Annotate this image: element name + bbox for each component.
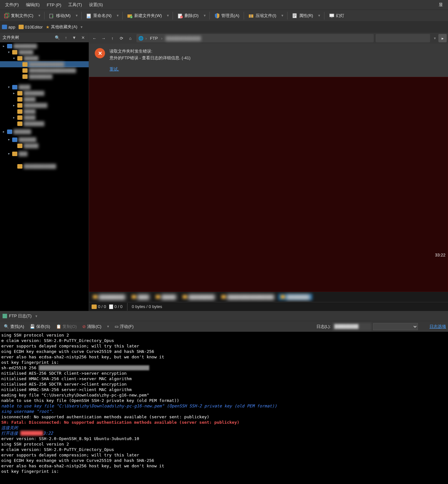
up-icon[interactable]: ↑	[64, 35, 69, 40]
tab-bar: █████████ ████ █████ █████████ █████████…	[89, 292, 448, 302]
svg-rect-1	[6, 13, 9, 17]
status-bytes: 0 bytes / 0 bytes	[132, 304, 162, 309]
error-banner: ✕ 读取文件夹时发生错误: 意外的FTP错误 - 查看日志的详细信息. (-41…	[89, 44, 448, 77]
error-message: 意外的FTP错误 - 查看日志的详细信息. (-41)	[110, 55, 191, 62]
menu-edit[interactable]: 编辑(E)	[23, 1, 43, 9]
save-button[interactable]: 💾保存(S)	[28, 323, 52, 330]
nav-bar: ← → ↑ ⟳ ⌂ 🌐› FTP› ████████████ ▼ ▸	[89, 33, 448, 44]
folder-tree[interactable]: ▸████████ ▾█████ ▾█████ ████████████ ███…	[0, 42, 89, 311]
up-button[interactable]: ↑	[108, 34, 117, 42]
dropdown-icon[interactable]: ▼	[105, 325, 111, 328]
folder-tree-sidebar: 文件夹树 🔍 ↑ ▼ ✕ ▸████████ ▾█████ ▾█████ ███…	[0, 33, 89, 311]
save-icon: 💾	[30, 324, 35, 329]
tab-item[interactable]: ████	[129, 294, 152, 300]
props-button[interactable]: 属性(R)	[289, 12, 316, 20]
folder-icon	[2, 25, 7, 29]
main-panel: ← → ↑ ⟳ ⌂ 🌐› FTP› ████████████ ▼ ▸ ✕ 读取文…	[89, 33, 448, 311]
log-toolbar: 🔍查找(A) 💾保存(S) 📋复制(O) ⊘清除(C) ▼ ▭浮动(F) 日志(…	[0, 321, 448, 332]
svg-rect-0	[4, 14, 8, 18]
crumb-ftp[interactable]: FTP	[149, 36, 159, 41]
tab-item[interactable]: ████████████████	[219, 294, 277, 300]
compress-button[interactable]: 压缩文件(I)	[246, 12, 279, 20]
log-header: FTP 日志(T) ▼	[0, 311, 448, 321]
newfolder-icon: +	[127, 13, 133, 19]
ftp-icon: 🌐	[138, 36, 143, 41]
retry-link[interactable]: 重试.	[110, 66, 119, 73]
tab-item[interactable]: █████	[153, 294, 179, 300]
fav-other[interactable]: ★其他收藏夹(A)▼	[46, 24, 84, 30]
delete-button[interactable]: ×删除(D)	[175, 12, 201, 20]
clear-button[interactable]: ⊘清除(C)	[80, 323, 103, 330]
svg-rect-16	[293, 16, 295, 17]
dropdown-icon: ▼	[79, 25, 85, 29]
tab-item-active[interactable]: ████████	[278, 294, 313, 300]
svg-rect-15	[293, 15, 296, 16]
copy-button[interactable]: 📋复制(O)	[54, 323, 79, 330]
sidebar-title: 文件夹树	[3, 35, 51, 40]
crumb-host[interactable]: ████████████	[164, 36, 202, 41]
main-toolbar: 复制文件(C) ▼ 移动(M) ▼ 重命名(N) ▼ +新建文件夹(W) ▼ ×…	[0, 10, 448, 21]
menu-file[interactable]: 文件(F)	[2, 1, 22, 9]
home-button[interactable]: ⌂	[126, 34, 134, 42]
back-button[interactable]: ←	[90, 34, 99, 42]
svg-rect-12	[250, 14, 251, 18]
dropdown-icon[interactable]: ▼	[280, 14, 285, 17]
rename-icon	[86, 13, 92, 19]
log-filter-input[interactable]	[333, 323, 371, 330]
dropdown-icon[interactable]: ▼	[74, 14, 79, 17]
fav-editor[interactable]: 010Editor	[19, 25, 43, 29]
menu-ftp[interactable]: FTP (P)	[44, 1, 64, 9]
dropdown-icon[interactable]: ▼	[115, 14, 120, 17]
clear-icon: ⊘	[82, 324, 86, 329]
dropdown-icon[interactable]: ▼	[202, 14, 208, 17]
compress-icon	[248, 13, 254, 19]
menu-settings[interactable]: 设置(S)	[86, 1, 106, 9]
file-icon	[109, 305, 113, 309]
refresh-button[interactable]: ⟳	[117, 34, 126, 42]
slideshow-button[interactable]: 幻灯	[326, 12, 347, 20]
search-input[interactable]	[376, 34, 430, 42]
move-button[interactable]: 移动(M)	[46, 12, 73, 20]
dropdown-icon[interactable]: ▼	[432, 37, 438, 40]
dropdown-icon[interactable]: ▼	[165, 14, 171, 17]
delete-icon: ×	[177, 13, 183, 19]
fav-app[interactable]: app	[2, 25, 15, 29]
error-icon: ✕	[95, 48, 105, 58]
search-icon[interactable]: 🔍	[53, 35, 61, 40]
tab-item[interactable]: █████████	[90, 294, 128, 300]
log-select[interactable]	[373, 323, 418, 330]
copy-button[interactable]: 复制文件(C)	[1, 12, 36, 20]
find-button[interactable]: 🔍查找(A)	[2, 323, 26, 330]
rename-button[interactable]: 重命名(N)	[84, 12, 114, 20]
forward-button[interactable]: →	[99, 34, 108, 42]
props-icon	[292, 13, 298, 19]
svg-rect-17	[330, 14, 334, 17]
tab-item[interactable]: █████████	[180, 294, 217, 300]
close-icon[interactable]: ✕	[80, 35, 86, 40]
log-panel: FTP 日志(T) ▼ 🔍查找(A) 💾保存(S) 📋复制(O) ⊘清除(C) …	[0, 311, 448, 484]
menu-tools[interactable]: 工具(T)	[65, 1, 85, 9]
admin-button[interactable]: 管理员(A)	[212, 12, 242, 20]
status-bar: 0 / 0 0 / 0 0 bytes / 0 bytes	[89, 302, 448, 311]
dropdown-icon[interactable]: ▼	[71, 35, 77, 40]
dropdown-icon[interactable]: ▼	[34, 314, 39, 318]
search-icon: 🔍	[4, 324, 9, 329]
favorites-bar: app 010Editor ★其他收藏夹(A)▼	[0, 21, 448, 33]
dropdown-icon[interactable]: ▼	[37, 14, 42, 17]
float-button[interactable]: ▭浮动(F)	[113, 323, 135, 330]
log-options-link[interactable]: 日志选项	[429, 324, 446, 330]
log-output[interactable]: sing SSH protocol version 2 e claim vers…	[0, 332, 448, 484]
dropdown-icon[interactable]: ▼	[316, 14, 322, 17]
error-title: 读取文件夹时发生错误:	[110, 48, 191, 55]
svg-rect-18	[3, 314, 7, 318]
newfolder-button[interactable]: +新建文件夹(W)	[125, 12, 164, 20]
breadcrumb[interactable]: 🌐› FTP› ████████████	[136, 34, 374, 42]
menu-display[interactable]: 显	[436, 1, 446, 9]
file-view[interactable]	[89, 77, 448, 292]
play-button[interactable]: ▸	[438, 34, 447, 42]
menu-bar: 文件(F) 编辑(E) FTP (P) 工具(T) 设置(S) 显	[0, 0, 448, 10]
window-icon: ▭	[115, 324, 118, 329]
sidebar-header: 文件夹树 🔍 ↑ ▼ ✕	[0, 33, 89, 42]
slideshow-icon	[329, 13, 335, 19]
star-icon: ★	[46, 25, 50, 29]
